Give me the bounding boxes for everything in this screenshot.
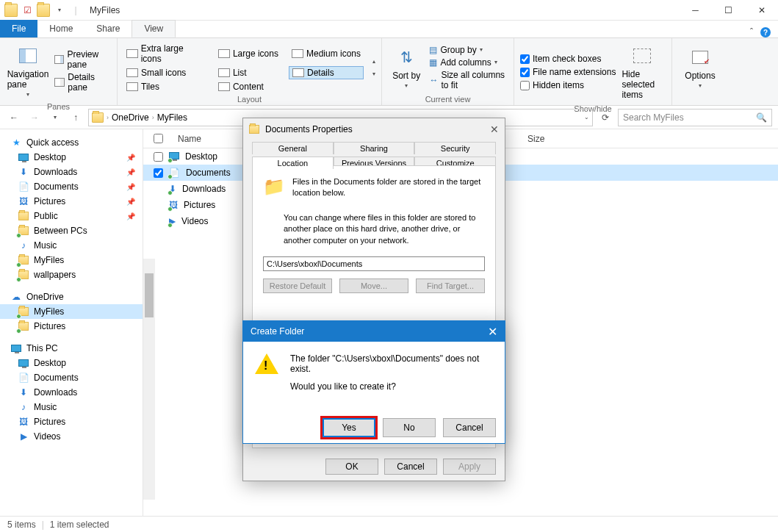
location-desc2: You can change where files in this folde… [284, 212, 485, 246]
tab-general[interactable]: General [252, 142, 334, 154]
layout-small[interactable]: Small icons [123, 66, 208, 79]
status-item-count: 5 items [7, 520, 36, 530]
qat-properties-icon[interactable]: ☑ [21, 4, 34, 17]
msg-title: Create Folder [251, 326, 304, 337]
dialog-icon [249, 125, 259, 134]
ribbon-collapse-icon[interactable]: ˆ [750, 27, 753, 37]
msg-close-button[interactable]: ✕ [488, 325, 497, 339]
properties-title: Documents Properties [265, 124, 353, 134]
nav-pc-music[interactable]: ♪Music [0, 400, 143, 414]
refresh-button[interactable]: ⟳ [597, 109, 613, 126]
view-tab[interactable]: View [132, 20, 176, 37]
layout-large[interactable]: Large icons [215, 43, 281, 65]
file-extensions-toggle[interactable]: File name extensions [520, 67, 616, 77]
maximize-button[interactable]: ☐ [712, 0, 745, 21]
breadcrumb-myfiles[interactable]: MyFiles [157, 112, 187, 123]
nav-pc-videos[interactable]: ▶Videos [0, 429, 143, 444]
move-button[interactable]: Move... [339, 278, 408, 293]
breadcrumb-icon [92, 112, 104, 123]
home-tab[interactable]: Home [37, 20, 84, 37]
location-desc1: Files in the Documents folder are stored… [292, 176, 485, 199]
nav-music[interactable]: ♪Music [0, 238, 143, 253]
add-columns-button[interactable]: ▦Add columns▾ [429, 57, 508, 68]
breadcrumb-dropdown-icon[interactable]: ⌄ [584, 114, 589, 121]
restore-default-button[interactable]: Restore Default [263, 278, 332, 293]
msg-line2: Would you like to create it? [290, 381, 493, 392]
nav-wallpapers[interactable]: wallpapers [0, 267, 143, 282]
nav-myfiles[interactable]: MyFiles [0, 253, 143, 267]
size-columns-button[interactable]: ↔Size all columns to fit [429, 70, 508, 90]
qat-newfolder-icon[interactable] [37, 4, 50, 17]
file-tab[interactable]: File [0, 20, 37, 37]
tab-sharing[interactable]: Sharing [334, 142, 415, 154]
layout-content[interactable]: Content [215, 81, 281, 93]
back-button[interactable]: ← [6, 109, 22, 126]
nav-pictures[interactable]: 🖼Pictures📌 [0, 194, 143, 209]
options-button[interactable]: ✔ Options▾ [678, 41, 722, 93]
layout-extra-large[interactable]: Extra large icons [123, 43, 208, 65]
group-by-button[interactable]: ▤Group by▾ [429, 45, 508, 55]
ribbon: Navigation pane ▾ Preview pane Details p… [0, 38, 778, 106]
up-button[interactable]: ↑ [68, 109, 84, 126]
window-title: MyFiles [90, 5, 120, 15]
properties-ok-button[interactable]: OK [325, 459, 378, 475]
nav-pc-desktop[interactable]: Desktop [0, 356, 143, 370]
tab-security[interactable]: Security [414, 142, 496, 154]
item-checkboxes-toggle[interactable]: Item check boxes [520, 54, 616, 64]
share-tab[interactable]: Share [84, 20, 132, 37]
nav-od-pictures[interactable]: Pictures [0, 319, 143, 334]
layout-group-label: Layout [123, 93, 375, 104]
select-all-checkbox[interactable] [154, 134, 163, 143]
nav-pc-documents[interactable]: 📄Documents [0, 370, 143, 385]
status-selected-count: 1 item selected [50, 520, 109, 530]
nav-documents[interactable]: 📄Documents📌 [0, 179, 143, 194]
search-box[interactable]: Search MyFiles 🔍 [618, 109, 772, 126]
layout-details[interactable]: Details [289, 66, 364, 79]
search-icon: 🔍 [756, 112, 767, 123]
nav-desktop[interactable]: Desktop📌 [0, 150, 143, 165]
details-pane-button[interactable]: Details pane [54, 72, 111, 93]
nav-downloads[interactable]: ⬇Downloads📌 [0, 165, 143, 179]
nav-od-myfiles[interactable]: MyFiles [0, 304, 143, 319]
minimize-button[interactable]: ─ [679, 0, 712, 21]
recent-dropdown[interactable]: ▾ [47, 109, 63, 126]
layout-medium[interactable]: Medium icons [289, 43, 364, 65]
layout-scroll-up[interactable]: ▴ [372, 58, 375, 65]
tab-location[interactable]: Location [252, 157, 334, 169]
help-icon[interactable]: ? [760, 27, 771, 37]
properties-apply-button[interactable]: Apply [443, 459, 496, 475]
col-size[interactable]: Size [522, 134, 550, 144]
navigation-pane-button[interactable]: Navigation pane ▾ [6, 41, 50, 101]
forward-button[interactable]: → [26, 109, 43, 126]
layout-scroll-down[interactable]: ▾ [372, 71, 375, 77]
msg-cancel-button[interactable]: Cancel [443, 418, 496, 437]
find-target-button[interactable]: Find Target... [416, 278, 485, 293]
nav-pc-downloads[interactable]: ⬇Downloads [0, 385, 143, 400]
properties-close-button[interactable]: ✕ [490, 123, 499, 135]
preview-pane-button[interactable]: Preview pane [54, 49, 111, 70]
hidden-items-toggle[interactable]: Hidden items [520, 80, 616, 90]
nav-this-pc[interactable]: This PC [0, 341, 143, 356]
nav-quick-access[interactable]: ★Quick access [0, 135, 143, 150]
layout-list[interactable]: List [215, 66, 281, 79]
nav-pc-pictures[interactable]: 🖼Pictures [0, 414, 143, 429]
nav-public[interactable]: Public📌 [0, 209, 143, 223]
location-icon: 📁 [263, 176, 285, 199]
current-view-group-label: Current view [388, 93, 508, 104]
location-path-input[interactable] [263, 256, 485, 271]
breadcrumb-onedrive[interactable]: OneDrive [112, 112, 149, 123]
nav-between-pcs[interactable]: Between PCs [0, 223, 143, 238]
sort-by-button[interactable]: ⇅ Sort by▾ [388, 41, 425, 93]
msg-yes-button[interactable]: Yes [323, 418, 375, 437]
nav-onedrive[interactable]: ☁OneDrive [0, 290, 143, 304]
layout-tiles[interactable]: Tiles [123, 81, 208, 93]
qat-dropdown-icon[interactable]: ▾ [53, 4, 66, 17]
navigation-pane: ★Quick access Desktop📌 ⬇Downloads📌 📄Docu… [0, 129, 143, 516]
menu-tabs: File Home Share View ˆ ? [0, 21, 778, 38]
properties-cancel-button[interactable]: Cancel [384, 459, 437, 475]
titlebar: ☑ ▾ | MyFiles ─ ☐ ✕ [0, 0, 778, 21]
close-button[interactable]: ✕ [745, 0, 778, 21]
msg-line1: The folder "C:\Users\xboxl\Documents" do… [290, 353, 493, 374]
msg-no-button[interactable]: No [383, 418, 436, 437]
hide-selected-button[interactable]: Hide selected items [620, 41, 664, 103]
